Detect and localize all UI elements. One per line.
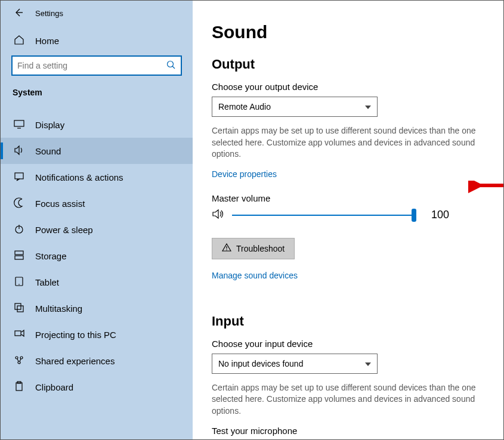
output-choose-label: Choose your output device	[212, 82, 489, 92]
test-mic-label: Test your microphone	[212, 426, 489, 436]
svg-rect-13	[17, 306, 23, 312]
nav-item-label: Multitasking	[35, 303, 82, 314]
main-content: Sound Output Choose your output device R…	[193, 1, 503, 439]
app-title: Settings	[35, 9, 63, 18]
tablet-icon	[14, 276, 24, 289]
input-device-select[interactable]: No input devices found	[212, 354, 378, 374]
nav-item-project[interactable]: Projecting to this PC	[1, 321, 193, 348]
input-heading: Input	[212, 314, 489, 329]
notifications-icon	[14, 171, 24, 184]
device-properties-link[interactable]: Device properties	[212, 169, 277, 179]
svg-rect-12	[15, 303, 21, 309]
home-nav[interactable]: Home	[1, 29, 193, 55]
svg-point-17	[18, 361, 20, 364]
output-device-select[interactable]: Remote Audio	[212, 97, 378, 117]
nav-item-display[interactable]: Display	[1, 111, 193, 138]
sidebar: Settings Home System DisplaySoundNotific…	[1, 1, 193, 439]
svg-rect-14	[15, 331, 21, 336]
nav-item-clipboard[interactable]: Clipboard	[1, 374, 193, 400]
svg-rect-18	[16, 383, 22, 391]
power-icon	[14, 224, 24, 236]
shared-icon	[14, 355, 24, 367]
nav-item-shared[interactable]: Shared experiences	[1, 348, 193, 374]
slider-thumb[interactable]	[412, 209, 416, 222]
nav-item-label: Display	[35, 120, 64, 130]
input-desc: Certain apps may be set up to use differ…	[212, 382, 486, 417]
project-icon	[14, 329, 24, 341]
back-icon[interactable]	[14, 8, 23, 19]
warning-icon	[222, 243, 231, 254]
nav-item-label: Clipboard	[35, 382, 73, 392]
master-volume-slider[interactable]	[232, 215, 415, 216]
input-device-selected: No input devices found	[218, 359, 303, 368]
troubleshoot-label: Troubleshoot	[236, 244, 285, 253]
master-volume-value: 100	[431, 209, 449, 221]
nav-item-label: Sound	[35, 146, 61, 156]
nav-item-label: Tablet	[35, 277, 59, 287]
nav-item-label: Power & sleep	[35, 225, 93, 235]
svg-point-15	[16, 357, 18, 359]
svg-point-16	[20, 357, 23, 359]
page-title: Sound	[212, 22, 489, 42]
nav-list: DisplaySoundNotifications & actionsFocus…	[1, 111, 193, 400]
nav-item-power[interactable]: Power & sleep	[1, 216, 193, 243]
nav-item-notifications[interactable]: Notifications & actions	[1, 164, 193, 190]
output-desc: Certain apps may be set up to use differ…	[212, 125, 486, 160]
nav-item-focus[interactable]: Focus assist	[1, 190, 193, 216]
master-volume-label: Master volume	[212, 193, 489, 203]
sidebar-section-label: System	[1, 88, 193, 101]
nav-item-label: Storage	[35, 251, 67, 261]
nav-item-label: Notifications & actions	[35, 172, 123, 182]
speaker-icon[interactable]	[212, 208, 225, 222]
nav-item-label: Shared experiences	[35, 356, 115, 366]
svg-point-11	[18, 284, 20, 285]
troubleshoot-button[interactable]: Troubleshoot	[212, 238, 295, 259]
manage-sound-devices-link[interactable]: Manage sound devices	[212, 271, 298, 280]
clipboard-icon	[14, 381, 24, 393]
nav-item-multitask[interactable]: Multitasking	[1, 295, 193, 321]
focus-icon	[14, 197, 24, 210]
nav-item-sound[interactable]: Sound	[1, 138, 193, 164]
nav-item-tablet[interactable]: Tablet	[1, 269, 193, 295]
search-input[interactable]	[11, 55, 182, 76]
display-icon	[14, 119, 24, 131]
nav-item-label: Projecting to this PC	[35, 330, 116, 340]
svg-rect-3	[14, 120, 24, 126]
output-heading: Output	[212, 57, 489, 72]
home-label: Home	[35, 36, 59, 46]
nav-item-storage[interactable]: Storage	[1, 243, 193, 269]
sound-icon	[14, 145, 24, 157]
output-device-selected: Remote Audio	[218, 102, 271, 111]
multitask-icon	[14, 302, 24, 315]
storage-icon	[14, 250, 24, 262]
svg-rect-8	[15, 251, 23, 255]
input-choose-label: Choose your input device	[212, 339, 489, 349]
svg-point-21	[226, 249, 227, 250]
svg-rect-9	[15, 256, 23, 259]
home-icon	[14, 35, 24, 47]
svg-rect-5	[15, 173, 23, 179]
nav-item-label: Focus assist	[35, 199, 85, 209]
